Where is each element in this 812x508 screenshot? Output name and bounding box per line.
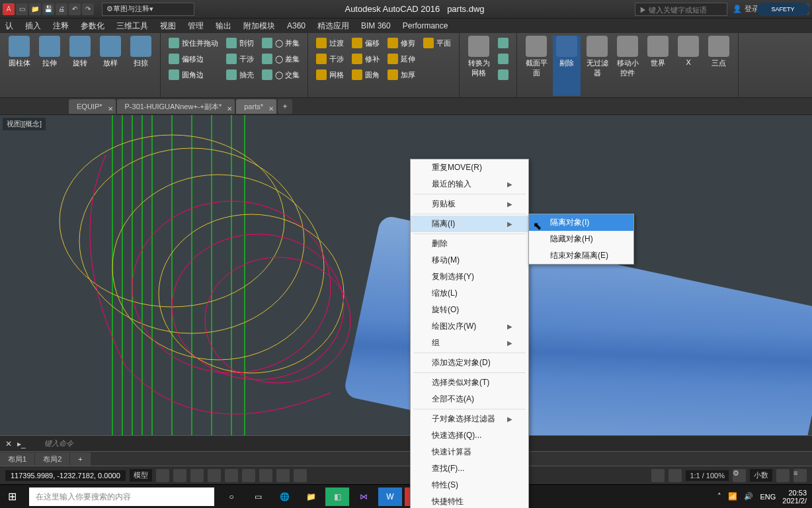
workspace-switch[interactable]: ⚙ [733,469,746,482]
context-menu-item[interactable]: 删除 [411,235,528,252]
ribbon-button-sm[interactable]: ◯ 并集 [259,36,302,50]
annotation-scale[interactable]: 1:1 / 100% [686,470,729,481]
submenu-item[interactable]: 结束对象隔离(E) [529,247,633,264]
hardware-accel-toggle[interactable] [669,469,682,482]
ribbon-button-sm[interactable]: 圆角 [349,67,382,82]
menu-tab[interactable]: 三维工具 [116,21,148,32]
layout-tab[interactable]: 布局2 [35,452,69,466]
otrack-toggle[interactable] [259,469,272,482]
command-bar[interactable]: ✕ ▸_ 键入命令 [0,435,812,451]
transparency-toggle[interactable] [294,469,307,482]
clock-date[interactable]: 2021/2/ [782,497,807,505]
tray-chevron-icon[interactable]: ˄ [717,492,721,501]
redo-icon[interactable]: ↷ [82,3,94,15]
explorer-icon[interactable]: 📁 [299,487,323,506]
ribbon-button-sm[interactable]: ◯ 差集 [259,52,302,66]
submenu-item[interactable]: 隐藏对象(H) [529,231,633,247]
vs-icon[interactable]: ⋈ [352,487,376,506]
task-view-icon[interactable]: ▭ [246,487,270,506]
snap-toggle[interactable] [173,469,186,482]
ribbon-button[interactable]: 圆柱体 [5,36,33,96]
3dosnap-toggle[interactable] [242,469,255,482]
ribbon-button[interactable]: 移动小控件 [614,36,641,96]
lineweight-toggle[interactable] [276,469,290,482]
convert-mesh-button[interactable]: 转换为网格 [465,36,493,96]
context-menu-item[interactable]: 复制选择(Y) [411,269,528,285]
close-icon[interactable]: ✕ [108,102,113,116]
clock-time[interactable]: 20:53 [782,489,807,497]
ribbon-button[interactable]: 扫掠 [127,36,155,96]
file-tab[interactable]: P-301-HUIGUANnew+-+副本*✕ [117,99,235,114]
context-menu-item[interactable]: 快速选择(Q)... [411,427,528,444]
start-button[interactable]: ⊞ [0,487,24,506]
model-space-button[interactable]: 模型 [130,469,152,482]
customize-button[interactable]: ≡ [793,469,807,482]
ribbon-button[interactable]: 剔除 [553,36,581,96]
menu-tab[interactable]: 参数化 [81,21,104,32]
ribbon-button[interactable]: 三点 [705,36,733,96]
context-menu-item[interactable]: 快捷特性 [411,493,528,508]
workspace-dropdown[interactable]: ⚙ 草图与注释 ▾ [102,3,194,16]
ribbon-button-sm[interactable]: 圆角边 [166,67,221,82]
menu-tab[interactable]: 管理 [188,21,204,32]
new-tab-button[interactable]: + [278,99,292,114]
menu-tab[interactable]: 视图 [160,21,176,32]
file-tab[interactable]: EQUIP*✕ [69,99,116,114]
plane-button[interactable]: 平面 [421,36,454,50]
context-menu-item[interactable]: 移动(M) [411,252,528,269]
open-icon[interactable]: 📁 [29,3,41,15]
context-menu-item[interactable]: 选择类似对象(T) [411,374,528,391]
menu-tab[interactable]: 认 [5,21,13,32]
ribbon-button-sm[interactable]: 过渡 [313,36,346,50]
context-menu-item[interactable]: 缩放(L) [411,285,528,302]
context-menu-item[interactable]: 重复MOVE(R) [411,159,528,176]
clean-screen-toggle[interactable] [776,469,790,482]
context-menu-item[interactable]: 剪贴板▶ [411,196,528,212]
ribbon-button-sm[interactable]: 延伸 [385,52,418,66]
isolate-toggle[interactable] [651,469,665,482]
context-menu-item[interactable]: 特性(S) [411,477,528,493]
add-layout-button[interactable]: + [70,452,90,466]
ribbon-button[interactable]: 放样 [97,36,124,96]
menu-tab[interactable]: BIM 360 [361,21,391,30]
chrome-icon[interactable]: 🌐 [272,487,296,506]
ribbon-button[interactable]: 拉伸 [36,36,63,96]
ribbon-button-sm[interactable]: 偏移边 [166,52,221,66]
context-menu-item[interactable]: 查找(F)... [411,460,528,477]
polar-toggle[interactable] [208,469,221,482]
word-icon[interactable]: W [378,487,402,506]
network-icon[interactable]: 📶 [728,492,737,501]
context-menu-item[interactable]: 绘图次序(W)▶ [411,318,528,335]
ribbon-button-sm[interactable]: 修剪 [385,36,418,50]
units-display[interactable]: 小数 [750,469,772,482]
ribbon-button[interactable]: 截面平面 [522,36,550,96]
context-menu-item[interactable]: 旋转(O) [411,302,528,318]
ribbon-button-sm[interactable]: 修补 [349,52,382,66]
save-icon[interactable]: 💾 [42,3,54,15]
windows-search-input[interactable]: 在这里输入你要搜索的内容 [29,487,214,506]
menu-tab[interactable]: 附加模块 [243,21,275,32]
ortho-toggle[interactable] [190,469,204,482]
print-icon[interactable]: 🖨 [56,3,67,15]
drawing-viewport[interactable]: 视图][概念] 正在恢复执行 MOVE 命令。指定第二个点或 <使用第一个点作为… [0,115,812,435]
file-tab[interactable]: parts*✕ [236,99,276,114]
ribbon-button[interactable]: 世界 [644,36,672,96]
context-menu-item[interactable]: 隔离(I)▶ [411,216,528,232]
ribbon-button-sm[interactable]: 网格 [313,67,346,82]
menu-tab[interactable]: 插入 [25,21,41,32]
ribbon-button-sm[interactable]: 抽壳 [223,67,257,82]
context-menu-item[interactable]: 添加选定对象(D) [411,355,528,371]
layout-tab[interactable]: 布局1 [0,452,34,466]
help-search-input[interactable]: ▶ 键入关键字或短语 [635,3,727,16]
language-indicator[interactable]: ENG [760,493,776,501]
ribbon-button-sm[interactable]: 剖切 [223,36,257,50]
app-menu-button[interactable]: A [3,3,15,15]
ribbon-button[interactable]: 旋转 [66,36,94,96]
context-menu-item[interactable]: 组▶ [411,335,528,351]
close-icon[interactable]: ✕ [227,102,232,116]
app-icon[interactable]: ◧ [325,487,349,506]
volume-icon[interactable]: 🔊 [744,492,753,501]
menu-tab[interactable]: A360 [287,21,305,30]
context-menu-item[interactable]: 全部不选(A) [411,391,528,407]
menu-tab[interactable]: 输出 [216,21,231,32]
